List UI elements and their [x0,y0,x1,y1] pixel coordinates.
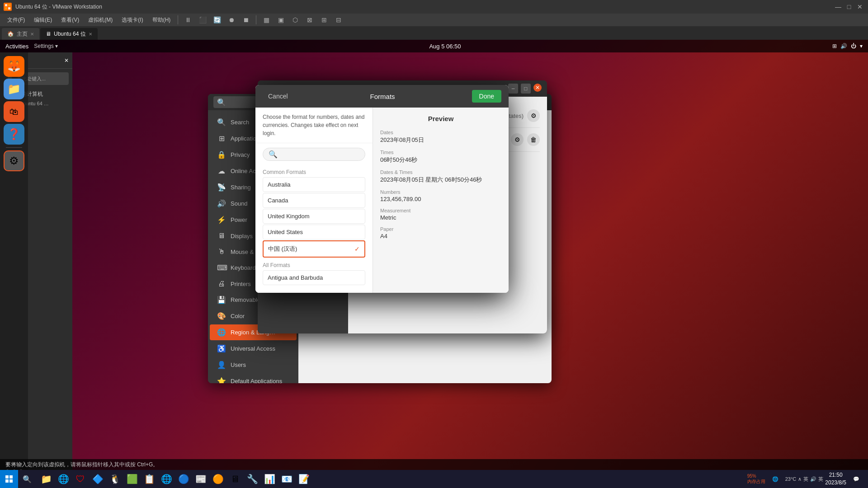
settings-item-sharing-label: Sharing [231,184,251,191]
panel-datetime: Aug 5 06:50 [429,43,461,50]
clock-date: 2023/8/5 [825,479,846,487]
region-language-gear[interactable]: ⚙ [527,109,540,122]
format-item-canada[interactable]: Canada [263,193,365,208]
settings-item-universal[interactable]: ♿ Universal Access [210,341,297,357]
taskbar-app-13[interactable]: 🔧 [244,471,260,487]
toolbar-btn3[interactable]: 🔄 [211,15,223,25]
taskbar-app-10[interactable]: 📰 [193,471,209,487]
taskbar-app-16[interactable]: 📝 [296,471,312,487]
power-icon: ⚡ [217,216,226,224]
search-icon: 🔍 [217,118,226,127]
toolbar-btn10[interactable]: ⊟ [332,15,345,25]
taskbar-app-5[interactable]: 🐧 [107,471,123,487]
taskbar-ime-icon[interactable]: 英 [803,476,808,483]
taskbar-app-14[interactable]: 📊 [261,471,278,487]
toolbar-pause-btn[interactable]: ⏸ [182,15,194,25]
taskbar-sound-icon[interactable]: 🔊 [810,476,816,482]
tab-home-close[interactable]: ✕ [30,32,34,37]
menu-file[interactable]: 文件(F) [4,15,28,25]
tab-ubuntu-close[interactable]: ✕ [89,32,92,37]
settings-item-default-apps-label: Default Applications [231,378,282,383]
toolbar-btn2[interactable]: ⬛ [196,15,209,25]
region-minimize-button[interactable]: – [508,84,518,94]
taskbar-search-button[interactable]: 🔍 [18,470,36,488]
taskbar-app-3[interactable]: 🛡 [72,471,89,487]
taskbar-start-button[interactable] [0,470,18,488]
formats-list: Common Formats Australia Canada United K… [255,165,373,293]
selected-locale-text: 中国 (汉语) [268,245,297,253]
formats-search-bar[interactable]: 🔍 [263,148,365,161]
taskbar-app-4[interactable]: 🔷 [90,471,106,487]
dock-files[interactable]: 📁 [4,79,24,99]
settings-item-users[interactable]: 👤 Users [210,357,297,373]
sound-icon: 🔊 [217,199,226,208]
panel-power-icon[interactable]: ⏻ [851,43,856,49]
settings-item-search-label: Search [231,119,249,126]
dock-help[interactable]: ❓ [4,124,24,145]
dock-appstore[interactable]: 🛍 [4,101,24,122]
taskbar-app-8[interactable]: 🌐 [158,471,175,487]
panel-menu-arrow[interactable]: ▾ [860,43,863,49]
toolbar-terminal[interactable]: ⊞ [318,15,330,25]
settings-item-power-label: Power [231,216,247,223]
format-item-us[interactable]: United States [263,225,365,239]
toolbar-fit[interactable]: ⬡ [289,15,302,25]
taskbar-app-9[interactable]: 🔵 [175,471,192,487]
default-apps-icon: ⭐ [217,377,226,383]
menu-view[interactable]: 查看(V) [57,15,83,25]
region-close-button[interactable]: ✕ [533,84,542,92]
menu-help[interactable]: 帮助(H) [149,15,175,25]
preview-paper-value: A4 [380,233,501,239]
toolbar-separator2 [256,15,256,24]
taskbar-network-notify[interactable]: 🌐 [767,471,783,487]
toolbar-single-view[interactable]: ▣ [274,15,287,25]
formats-cancel-button[interactable]: Cancel [263,90,293,103]
taskbar-app-1[interactable]: 📁 [38,471,54,487]
region-maximize-button[interactable]: □ [521,84,531,94]
taskbar-up-arrow[interactable]: ∧ [798,476,802,482]
taskbar-app-7[interactable]: 📋 [141,471,157,487]
formats-done-button[interactable]: Done [472,90,501,103]
settings-menu-btn[interactable]: Settings ▾ [34,43,58,49]
fm-sidebar-close[interactable]: ✕ [64,57,69,64]
format-item-china-selected[interactable]: 中国 (汉语) ✓ [263,240,365,258]
format-item-antigua[interactable]: Antigua and Barbuda [263,270,365,285]
toolbar-split-view[interactable]: ▦ [260,15,273,25]
formats-dialog: Cancel Formats Done Choose the format fo… [255,85,509,293]
taskbar-app-15[interactable]: 📧 [278,471,295,487]
region-formats-gear[interactable]: ⚙ [511,133,524,146]
preview-dates-label: Dates [380,130,501,135]
dock-settings[interactable]: ⚙ [4,150,24,171]
privacy-icon: 🔒 [217,150,226,159]
preview-dates-value: 2023年08月05日 [380,136,501,144]
taskbar-app-12[interactable]: 🖥 [227,471,243,487]
menu-vm[interactable]: 虚拟机(M) [85,15,116,25]
sharing-icon: 📡 [217,183,226,192]
svg-rect-0 [5,4,7,6]
formats-dialog-header: Cancel Formats Done [255,85,509,108]
taskbar-app-11[interactable]: 🟠 [210,471,226,487]
format-item-australia[interactable]: Australia [263,177,365,192]
minimize-button[interactable]: — [834,2,843,11]
close-button[interactable]: ✕ [855,2,864,11]
toolbar-btn8[interactable]: ⊠ [303,15,316,25]
taskbar-app-6[interactable]: 🟩 [124,471,140,487]
toolbar-btn4[interactable]: ⏺ [225,15,238,25]
settings-item-default-apps[interactable]: ⭐ Default Applications [210,373,297,383]
vmware-hint-bar: 要将输入定向到该虚拟机，请将鼠标指针移入其中或按 Ctrl+G。 [0,459,868,470]
tab-ubuntu[interactable]: 🖥 Ubuntu 64 位 ✕ [40,28,98,40]
taskbar-app-2[interactable]: 🌐 [55,471,71,487]
maximize-button[interactable]: □ [844,2,854,11]
dock-firefox[interactable]: 🦊 [4,56,24,77]
tab-home[interactable]: 🏠 主页 ✕ [2,28,39,40]
menu-tabs[interactable]: 选项卡(I) [118,15,146,25]
panel-volume-icon[interactable]: 🔊 [840,43,847,49]
region-formats-delete[interactable]: 🗑 [527,133,540,146]
taskbar-notification-button[interactable]: 💬 [848,471,864,487]
format-item-uk[interactable]: United Kingdom [263,209,365,224]
panel-network-icon[interactable]: ⊞ [832,43,837,49]
menu-edit[interactable]: 编辑(E) [30,15,56,25]
toolbar-btn5[interactable]: ⏹ [240,15,252,25]
activities-button[interactable]: Activities [5,43,28,50]
formats-search-input[interactable] [281,151,359,158]
